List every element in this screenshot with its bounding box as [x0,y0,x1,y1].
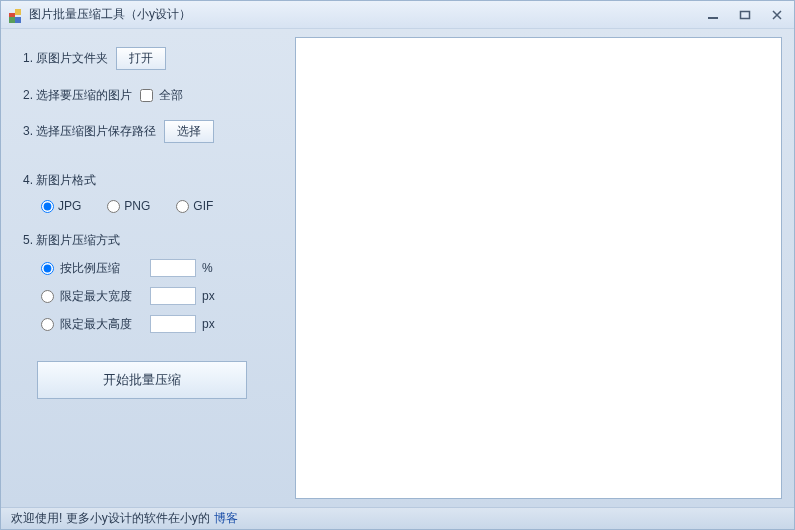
mode-ratio-label: 按比例压缩 [60,260,142,277]
ratio-input[interactable] [150,259,196,277]
controls-panel: 1. 原图片文件夹 打开 2. 选择要压缩的图片 全部 3. 选择压缩图片保存路… [1,29,291,507]
mode-maxw-label: 限定最大宽度 [60,288,142,305]
step2-row: 2. 选择要压缩的图片 全部 [23,84,281,106]
mode-maxw-row: 限定最大宽度 px [41,287,281,305]
format-png-option[interactable]: PNG [107,199,150,213]
minimize-button[interactable] [702,7,724,23]
step2-label: 2. 选择要压缩的图片 [23,87,132,104]
mode-maxh-radio[interactable] [41,318,54,331]
mode-ratio-row: 按比例压缩 % [41,259,281,277]
step3-row: 3. 选择压缩图片保存路径 选择 [23,120,281,143]
step4-label: 4. 新图片格式 [23,172,96,189]
mode-maxh-label: 限定最大高度 [60,316,142,333]
svg-rect-1 [741,11,750,18]
blog-link[interactable]: 博客 [214,510,238,527]
format-gif-radio[interactable] [176,200,189,213]
mode-maxh-row: 限定最大高度 px [41,315,281,333]
maxw-unit: px [202,289,220,303]
app-window: 图片批量压缩工具（小y设计） 1. 原图片文件夹 打开 2. 选择要压缩的图片 … [0,0,795,530]
window-controls [702,7,788,23]
choose-path-button[interactable]: 选择 [164,120,214,143]
step5-row: 5. 新图片压缩方式 [23,229,281,251]
select-all-checkbox[interactable] [140,89,153,102]
app-icon [7,7,23,23]
step4-row: 4. 新图片格式 [23,169,281,191]
preview-panel [291,29,794,507]
close-button[interactable] [766,7,788,23]
compress-group: 按比例压缩 % 限定最大宽度 px 限定最大高度 px [23,259,281,333]
mode-maxw-radio[interactable] [41,290,54,303]
titlebar[interactable]: 图片批量压缩工具（小y设计） [1,1,794,29]
svg-rect-0 [708,17,718,19]
step5-label: 5. 新图片压缩方式 [23,232,120,249]
format-jpg-radio[interactable] [41,200,54,213]
format-gif-option[interactable]: GIF [176,199,213,213]
step3-label: 3. 选择压缩图片保存路径 [23,123,156,140]
format-group: JPG PNG GIF [23,199,281,213]
maxh-input[interactable] [150,315,196,333]
mode-ratio-radio[interactable] [41,262,54,275]
open-folder-button[interactable]: 打开 [116,47,166,70]
select-all-label: 全部 [159,87,183,104]
step1-label: 1. 原图片文件夹 [23,50,108,67]
statusbar: 欢迎使用! 更多小y设计的软件在小y的 博客 [1,507,794,529]
start-compress-button[interactable]: 开始批量压缩 [37,361,247,399]
maximize-button[interactable] [734,7,756,23]
format-jpg-option[interactable]: JPG [41,199,81,213]
status-text: 欢迎使用! 更多小y设计的软件在小y的 [11,510,210,527]
preview-area [295,37,782,499]
format-png-radio[interactable] [107,200,120,213]
window-title: 图片批量压缩工具（小y设计） [29,6,702,23]
client-area: 1. 原图片文件夹 打开 2. 选择要压缩的图片 全部 3. 选择压缩图片保存路… [1,29,794,507]
maxw-input[interactable] [150,287,196,305]
ratio-unit: % [202,261,220,275]
maxh-unit: px [202,317,220,331]
step1-row: 1. 原图片文件夹 打开 [23,47,281,70]
